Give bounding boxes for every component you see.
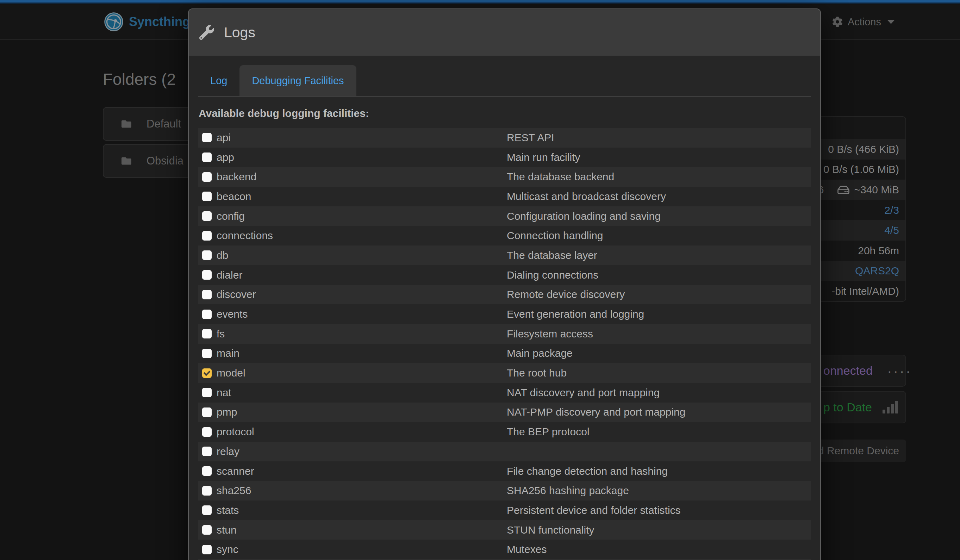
facility-checkbox[interactable] (202, 211, 212, 221)
facility-description: Configuration loading and saving (507, 210, 811, 222)
facility-name: events (217, 308, 248, 320)
facility-cell: protocol (202, 426, 507, 438)
facility-name: main (217, 347, 240, 359)
facility-checkbox[interactable] (202, 152, 212, 162)
facility-name: scanner (217, 465, 254, 477)
facility-checkbox[interactable] (202, 525, 212, 534)
facility-name: connections (217, 230, 273, 242)
facility-checkbox[interactable] (202, 408, 212, 417)
facility-cell: nat (202, 387, 507, 399)
facility-row-dialer: dialer Dialing connections (198, 265, 811, 285)
facility-cell: model (202, 367, 507, 379)
facility-cell: sync (202, 544, 507, 555)
facility-row-api: api REST API (198, 128, 811, 147)
facility-checkbox[interactable] (202, 349, 212, 358)
facility-row-scanner: scanner File change detection and hashin… (198, 461, 811, 481)
facility-name: protocol (217, 426, 254, 438)
facilities-heading: Available debug logging facilities: (198, 107, 810, 119)
facility-description: The database layer (507, 250, 811, 261)
facility-checkbox[interactable] (202, 368, 212, 378)
facility-cell: api (202, 132, 507, 144)
facility-checkbox[interactable] (202, 427, 212, 437)
facility-name: beacon (217, 190, 251, 203)
facility-name: config (217, 210, 245, 222)
facility-row-fs: fs Filesystem access (198, 324, 811, 344)
facility-cell: beacon (202, 190, 507, 203)
facility-description: Main package (507, 347, 811, 359)
facility-name: relay (217, 446, 240, 458)
logs-modal: Logs Log Debugging Facilities Available … (188, 8, 821, 560)
facility-checkbox[interactable] (202, 545, 212, 554)
facility-row-stun: stun STUN functionality (198, 520, 811, 540)
facility-checkbox[interactable] (202, 486, 212, 496)
facility-name: model (217, 367, 245, 379)
facility-row-sha256: sha256 SHA256 hashing package (198, 481, 811, 501)
facility-description: Mutexes (507, 544, 811, 555)
facility-row-backend: backend The database backend (198, 167, 811, 187)
facility-checkbox[interactable] (202, 192, 212, 201)
modal-title: Logs (224, 24, 255, 41)
facility-description: File change detection and hashing (507, 465, 811, 477)
facility-checkbox[interactable] (202, 506, 212, 515)
logs-modal-body: Log Debugging Facilities Available debug… (189, 56, 820, 560)
facility-checkbox[interactable] (202, 290, 212, 299)
facility-checkbox[interactable] (202, 133, 212, 142)
facility-cell: events (202, 308, 507, 320)
facility-cell: app (202, 152, 507, 163)
facility-checkbox[interactable] (202, 270, 212, 280)
facility-cell: config (202, 210, 507, 222)
facility-row-beacon: beacon Multicast and broadcast discovery (198, 187, 811, 206)
facility-row-db: db The database layer (198, 245, 811, 265)
facility-cell: pmp (202, 406, 507, 418)
facility-description: Event generation and logging (507, 308, 811, 320)
facility-checkbox[interactable] (202, 172, 212, 182)
facility-cell: stats (202, 504, 507, 516)
facility-description: The database backend (507, 171, 811, 183)
logs-modal-header: Logs (189, 9, 820, 56)
facility-row-events: events Event generation and logging (198, 304, 811, 324)
facility-description: SHA256 hashing package (507, 485, 811, 497)
facility-row-main: main Main package (198, 344, 811, 363)
facility-name: db (217, 250, 228, 261)
facility-row-discover: discover Remote device discovery (198, 285, 811, 305)
facility-name: nat (217, 387, 231, 399)
facility-name: backend (217, 171, 256, 183)
facility-description: The root hub (507, 367, 811, 379)
facilities-table: api REST API app Main run facility backe… (198, 128, 811, 560)
facility-name: discover (217, 288, 256, 301)
facility-checkbox[interactable] (202, 466, 212, 476)
facility-row-relay: relay (198, 442, 811, 461)
facility-cell: dialer (202, 269, 507, 281)
tab-debugging-facilities[interactable]: Debugging Facilities (240, 65, 356, 96)
facility-description: Filesystem access (507, 328, 811, 340)
facility-checkbox[interactable] (202, 310, 212, 319)
facility-name: sync (217, 544, 238, 555)
facility-row-connections: connections Connection handling (198, 226, 811, 245)
wrench-icon (199, 25, 214, 40)
facility-cell: relay (202, 446, 507, 458)
facility-checkbox[interactable] (202, 329, 212, 338)
facility-checkbox[interactable] (202, 250, 212, 260)
facility-row-model: model The root hub (198, 363, 811, 383)
facility-cell: sha256 (202, 485, 507, 497)
facility-description: Persistent device and folder statistics (507, 504, 811, 516)
facility-checkbox[interactable] (202, 388, 212, 397)
facility-description: STUN functionality (507, 524, 811, 536)
facility-checkbox[interactable] (202, 446, 212, 456)
facility-checkbox[interactable] (202, 231, 212, 240)
facility-description: The BEP protocol (507, 426, 811, 438)
tab-log[interactable]: Log (198, 65, 240, 96)
facility-row-app: app Main run facility (198, 147, 811, 167)
facility-description: REST API (507, 132, 811, 144)
tab-bar: Log Debugging Facilities (198, 65, 811, 97)
facility-cell: connections (202, 230, 507, 242)
facility-description: Dialing connections (507, 269, 811, 281)
facility-row-pmp: pmp NAT-PMP discovery and port mapping (198, 403, 811, 422)
facility-name: pmp (217, 406, 237, 418)
facility-row-nat: nat NAT discovery and port mapping (198, 383, 811, 403)
facility-description: Multicast and broadcast discovery (507, 190, 811, 203)
facility-cell: backend (202, 171, 507, 183)
facility-name: fs (217, 328, 225, 340)
facility-cell: main (202, 347, 507, 359)
facility-row-config: config Configuration loading and saving (198, 206, 811, 226)
